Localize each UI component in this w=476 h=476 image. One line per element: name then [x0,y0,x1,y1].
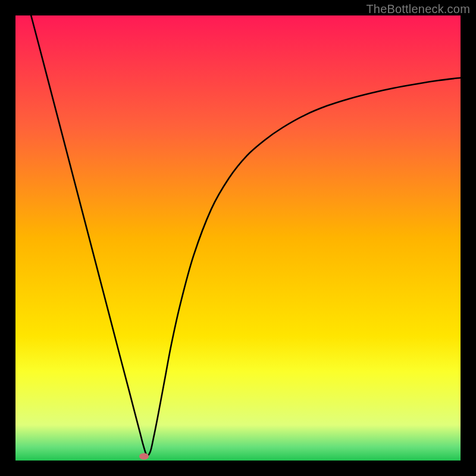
chart-frame: TheBottleneck.com [0,0,476,476]
plot-area [15,15,461,461]
optimal-point-marker [139,453,149,460]
gradient-background [15,15,461,461]
plot-svg [15,15,461,461]
watermark-text: TheBottleneck.com [366,2,470,16]
